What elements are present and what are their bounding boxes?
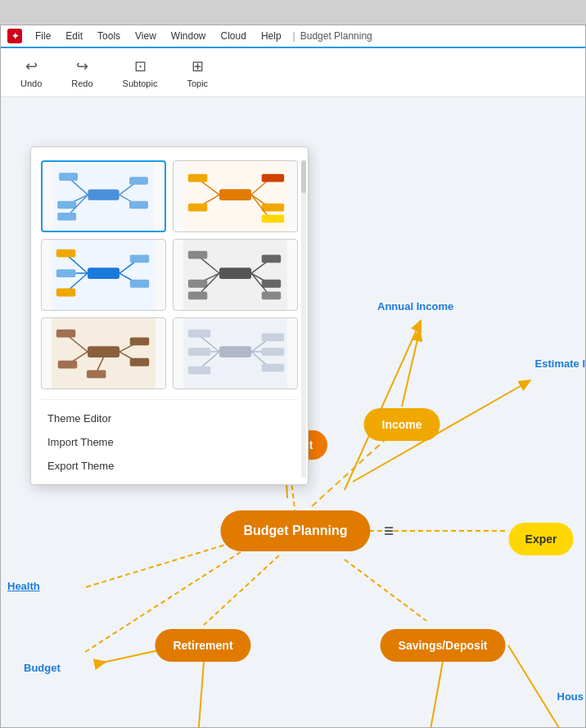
redo-icon: ↪ — [76, 57, 88, 75]
export-theme-item[interactable]: Export Theme — [41, 454, 298, 478]
svg-line-12 — [508, 645, 574, 727]
svg-rect-53 — [130, 280, 149, 288]
menu-help[interactable]: Help — [255, 29, 288, 43]
undo-button[interactable]: ↩ Undo — [14, 54, 48, 92]
list-icon: ☰ — [384, 525, 394, 537]
svg-rect-29 — [129, 201, 148, 209]
svg-rect-37 — [262, 174, 284, 182]
import-theme-item[interactable]: Import Theme — [41, 430, 298, 454]
label-hous: Hous — [557, 690, 584, 703]
svg-rect-83 — [188, 330, 210, 338]
svg-rect-85 — [188, 348, 210, 356]
svg-rect-57 — [188, 251, 207, 259]
theme-thumb-5[interactable] — [41, 317, 166, 389]
svg-rect-51 — [130, 255, 149, 263]
theme-thumb-3[interactable] — [41, 239, 166, 311]
undo-icon: ↩ — [25, 57, 38, 75]
app-icon: ✦ — [7, 29, 22, 43]
svg-rect-63 — [262, 255, 281, 263]
svg-rect-21 — [59, 173, 78, 181]
theme-grid — [41, 160, 298, 389]
svg-rect-87 — [188, 366, 210, 375]
app-window: ✦ File Edit Tools View Window Cloud Help… — [0, 25, 586, 728]
document-title: Budget Planning — [300, 30, 372, 42]
svg-rect-49 — [56, 289, 75, 297]
svg-rect-77 — [130, 337, 149, 345]
theme-menu-items: Theme Editor Import Theme Export Theme — [41, 399, 298, 478]
svg-rect-27 — [129, 177, 148, 185]
label-budget: Budget — [24, 662, 61, 674]
menu-file[interactable]: File — [29, 29, 57, 43]
theme-thumb-6[interactable] — [173, 317, 298, 389]
label-health: Health — [7, 580, 40, 592]
svg-line-16 — [402, 336, 418, 407]
redo-label: Redo — [71, 79, 92, 88]
node-retirement[interactable]: Retirement — [155, 629, 250, 662]
node-savings[interactable]: Savings/Deposit — [381, 629, 506, 662]
node-income[interactable]: Income — [363, 408, 440, 441]
theme-thumb-2[interactable] — [173, 160, 298, 232]
redo-button[interactable]: ↪ Redo — [65, 54, 99, 92]
title-bar: ✦ File Edit Tools View Window Cloud Help… — [1, 25, 585, 48]
topic-button[interactable]: ⊞ Topic — [180, 54, 214, 92]
svg-rect-35 — [188, 204, 207, 212]
svg-rect-45 — [56, 249, 75, 258]
svg-rect-59 — [188, 280, 207, 288]
svg-rect-89 — [262, 334, 284, 342]
svg-rect-67 — [262, 292, 281, 300]
svg-rect-79 — [130, 358, 149, 366]
node-budget-planning[interactable]: Budget Planning ☰ — [220, 510, 370, 551]
svg-line-14 — [197, 662, 204, 727]
theme-panel: Theme Editor Import Theme Export Theme — [30, 146, 309, 485]
svg-line-13 — [426, 662, 443, 727]
svg-rect-39 — [262, 204, 284, 212]
svg-rect-69 — [88, 346, 119, 357]
svg-rect-25 — [57, 213, 76, 221]
svg-rect-65 — [262, 280, 281, 288]
svg-rect-47 — [56, 269, 75, 277]
svg-rect-33 — [188, 174, 207, 182]
svg-rect-75 — [87, 371, 106, 379]
svg-rect-31 — [219, 189, 251, 200]
menu-view[interactable]: View — [128, 29, 163, 43]
theme-thumb-1[interactable] — [41, 160, 166, 232]
menu-edit[interactable]: Edit — [59, 29, 89, 43]
menu-cloud[interactable]: Cloud — [214, 29, 253, 43]
svg-rect-71 — [56, 330, 75, 338]
svg-rect-93 — [262, 364, 284, 372]
svg-rect-43 — [88, 267, 119, 279]
subtopic-label: Subtopic — [123, 79, 158, 88]
subtopic-icon: ⊡ — [134, 57, 146, 75]
svg-line-11 — [345, 559, 426, 621]
menu-bar: File Edit Tools View Window Cloud Help |… — [29, 29, 579, 43]
theme-editor-item[interactable]: Theme Editor — [41, 407, 298, 430]
topic-label: Topic — [187, 79, 208, 88]
subtopic-button[interactable]: ⊡ Subtopic — [116, 54, 165, 92]
svg-rect-41 — [262, 214, 284, 222]
svg-line-9 — [204, 555, 279, 625]
label-annual-income: Annual Income — [377, 300, 453, 312]
main-area: Budget Planning ☰ Income Retirement Savi… — [1, 97, 585, 727]
svg-rect-55 — [219, 267, 251, 279]
theme-thumb-4[interactable] — [173, 239, 298, 311]
svg-rect-91 — [262, 348, 284, 356]
topic-icon: ⊞ — [192, 57, 204, 75]
label-estimate: Estimate I — [535, 357, 585, 370]
svg-rect-73 — [58, 361, 77, 369]
toolbar: ↩ Undo ↪ Redo ⊡ Subtopic ⊞ Topic — [1, 48, 585, 97]
svg-rect-19 — [88, 189, 119, 200]
svg-rect-61 — [188, 292, 207, 300]
node-expense[interactable]: Exper — [509, 523, 574, 555]
svg-rect-81 — [219, 346, 251, 357]
svg-rect-23 — [57, 201, 76, 209]
menu-window[interactable]: Window — [165, 29, 213, 43]
undo-label: Undo — [20, 79, 42, 88]
panel-scrollbar-thumb — [301, 160, 306, 193]
menu-tools[interactable]: Tools — [91, 29, 127, 43]
panel-scrollbar[interactable] — [301, 160, 306, 478]
